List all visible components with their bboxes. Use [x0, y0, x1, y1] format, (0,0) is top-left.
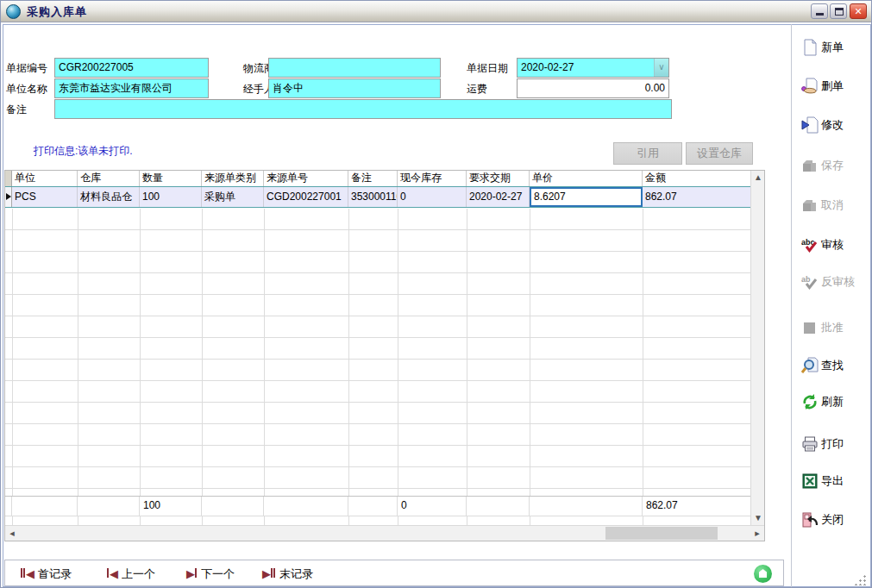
remarks-field[interactable]	[54, 99, 672, 119]
scroll-down-icon[interactable]: ▼	[751, 511, 765, 525]
print-info-text: 打印信息:该单未打印.	[34, 144, 133, 159]
total-qty: 100	[140, 497, 202, 516]
cancel-button[interactable]: 取消	[801, 195, 870, 216]
freight-field[interactable]: 0.00	[517, 78, 669, 98]
grid-indicator-header	[5, 171, 12, 186]
refresh-label: 刷新	[821, 394, 844, 410]
grid-empty-rows[interactable]	[5, 209, 750, 496]
prev-record-label: 上一个	[122, 566, 155, 582]
cell-warehouse[interactable]: 材料良品仓	[78, 187, 140, 207]
col-header-stock[interactable]: 现今库存	[398, 171, 467, 186]
col-header-price[interactable]: 单价	[530, 171, 643, 186]
cell-stock[interactable]: 0	[398, 187, 467, 207]
cell-due-date[interactable]: 2020-02-27	[467, 187, 530, 207]
unaudit-button[interactable]: ab 反审核	[801, 272, 870, 292]
total-stock: 0	[398, 497, 467, 516]
approve-label: 批准	[821, 320, 844, 335]
modify-button[interactable]: 修改	[801, 115, 870, 135]
doc-date-label: 单据日期	[467, 61, 508, 76]
app-globe-icon	[6, 4, 21, 19]
cell-unit[interactable]: PCS	[12, 187, 78, 207]
audit-label: 审核	[821, 237, 844, 253]
next-record-label: 下一个	[201, 566, 235, 582]
scroll-up-icon[interactable]: ▲	[751, 171, 765, 185]
horizontal-scroll-thumb[interactable]	[605, 527, 718, 540]
last-record-icon: ▶	[262, 566, 275, 582]
unit-name-label: 单位名称	[6, 82, 47, 97]
unaudit-icon: ab	[801, 273, 819, 291]
last-record-button[interactable]: ▶ 末记录	[262, 566, 313, 582]
delete-doc-button[interactable]: 删单	[801, 76, 870, 97]
vertical-scrollbar[interactable]: ▲ ▼	[750, 171, 764, 525]
cell-qty[interactable]: 100	[140, 187, 202, 207]
doc-date-field[interactable]: 2020-02-27 ∨	[517, 58, 669, 78]
close-button[interactable]: ✕	[850, 3, 867, 19]
next-record-button[interactable]: ▶ 下一个	[186, 566, 235, 582]
refresh-button[interactable]: 刷新	[801, 391, 870, 412]
close-form-icon	[801, 511, 819, 529]
close-form-label: 关闭	[821, 512, 844, 528]
logistics-field[interactable]	[268, 58, 441, 78]
maximize-button[interactable]	[830, 3, 847, 19]
new-doc-label: 新单	[821, 40, 844, 55]
first-record-button[interactable]: ◀ 首记录	[21, 566, 72, 582]
cell-source-type[interactable]: 采购单	[202, 187, 264, 207]
app-window: 采购入库单 ✕ 单据编号 CGR200227005 物流商 单据日期 2020-…	[0, 0, 872, 588]
set-warehouse-button[interactable]: 设置仓库	[686, 142, 753, 165]
unit-name-field[interactable]: 东莞市益达实业有限公司	[54, 78, 209, 98]
record-nav-bar: ◀ 首记录 ◀ 上一个 ▶ 下一个 ▶ 末记录	[4, 560, 784, 586]
save-button[interactable]: 保存	[801, 155, 870, 176]
col-header-due-date[interactable]: 要求交期	[467, 171, 530, 186]
audit-icon: abc	[801, 236, 819, 253]
handler-field[interactable]: 肖令中	[268, 78, 441, 98]
audit-button[interactable]: abc 审核	[801, 235, 870, 255]
approve-icon	[801, 319, 819, 336]
title-bar[interactable]: 采购入库单 ✕	[1, 1, 872, 22]
col-header-unit[interactable]: 单位	[12, 171, 78, 186]
col-header-remark[interactable]: 备注	[348, 171, 398, 186]
delete-doc-icon	[801, 78, 819, 95]
reference-button[interactable]: 引用	[613, 142, 682, 165]
save-icon	[801, 157, 819, 174]
prev-record-button[interactable]: ◀ 上一个	[107, 566, 155, 582]
cell-amount[interactable]: 862.07	[643, 187, 750, 207]
new-doc-button[interactable]: 新单	[801, 37, 870, 58]
grid-header-row: 单位 仓库 数量 来源单类别 来源单号 备注 现今库存 要求交期 单价 金额	[5, 171, 750, 186]
last-record-label: 末记录	[279, 566, 313, 582]
col-header-source-type[interactable]: 来源单类别	[202, 171, 264, 186]
col-header-amount[interactable]: 金额	[643, 171, 750, 186]
prev-record-icon: ◀	[107, 566, 117, 582]
unaudit-label: 反审核	[821, 274, 855, 290]
scroll-left-icon[interactable]: ◂	[5, 526, 19, 541]
close-form-button[interactable]: 关闭	[801, 510, 870, 530]
cell-remark[interactable]: 35300011000	[348, 187, 398, 207]
svg-text:ab: ab	[801, 275, 811, 284]
delete-doc-label: 删单	[821, 78, 844, 94]
find-button[interactable]: 查找	[801, 355, 870, 376]
freight-label: 运费	[467, 82, 487, 97]
approve-button[interactable]: 批准	[801, 317, 870, 338]
total-amount: 862.07	[643, 497, 750, 516]
minimize-button[interactable]	[811, 3, 828, 19]
col-header-source-no[interactable]: 来源单号	[264, 171, 348, 186]
cell-source-no[interactable]: CGD200227001	[264, 187, 348, 207]
horizontal-scrollbar[interactable]: ◂ ▸	[5, 525, 764, 541]
cancel-label: 取消	[821, 197, 844, 213]
col-header-qty[interactable]: 数量	[140, 171, 202, 186]
sidebar-separator	[791, 24, 792, 587]
doc-no-field[interactable]: CGR200227005	[54, 58, 209, 78]
maximize-icon	[835, 8, 844, 16]
print-button[interactable]: 打印	[801, 434, 870, 454]
cell-price-focused[interactable]: 8.6207	[530, 187, 643, 207]
remarks-label: 备注	[6, 103, 27, 117]
first-record-icon: ◀	[21, 566, 34, 582]
chevron-down-icon[interactable]: ∨	[654, 59, 668, 77]
col-header-warehouse[interactable]: 仓库	[78, 171, 140, 186]
table-row[interactable]: PCS 材料良品仓 100 采购单 CGD200227001 353000110…	[5, 186, 750, 208]
status-ok-icon	[754, 565, 772, 583]
scroll-right-icon[interactable]: ▸	[750, 526, 764, 541]
export-button[interactable]: 导出	[801, 471, 870, 491]
find-icon	[801, 357, 819, 374]
doc-date-value: 2020-02-27	[521, 61, 574, 73]
modify-label: 修改	[821, 117, 844, 133]
